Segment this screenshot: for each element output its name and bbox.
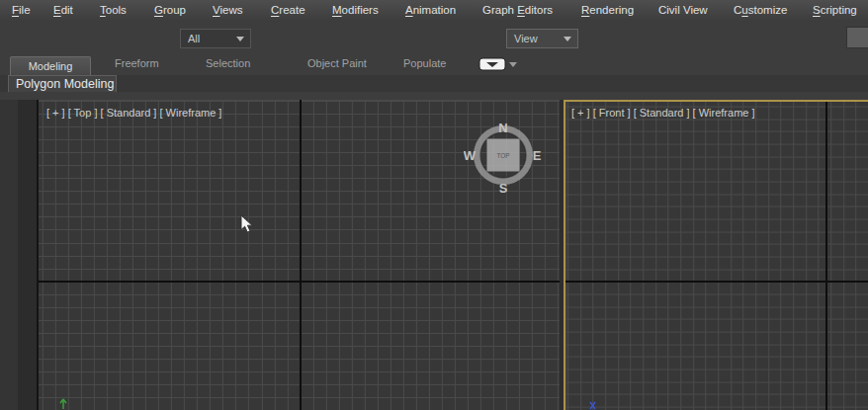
svg-text:E: E bbox=[533, 148, 542, 163]
svg-text:S: S bbox=[499, 181, 508, 195]
svg-text:TOP: TOP bbox=[496, 152, 509, 159]
svg-text:N: N bbox=[498, 121, 507, 135]
svg-text:W: W bbox=[464, 148, 477, 163]
